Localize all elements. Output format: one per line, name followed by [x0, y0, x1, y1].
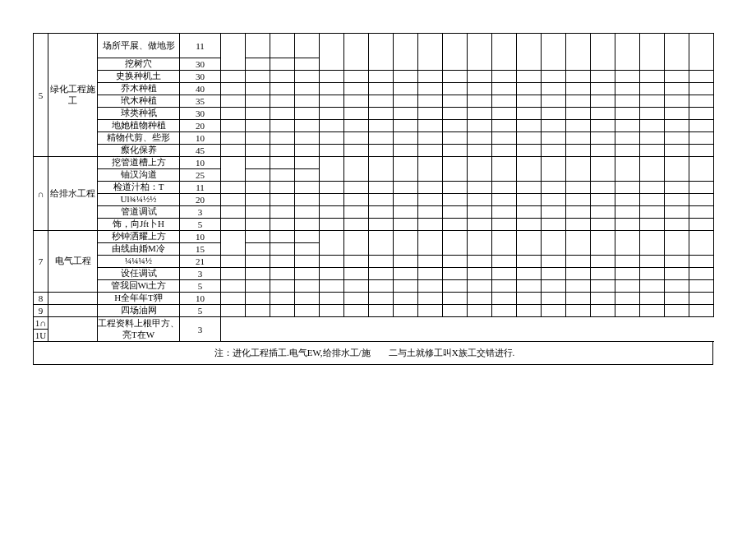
task-desc: 挖管道槽上方: [98, 157, 180, 169]
task-desc: 设任调试: [98, 268, 180, 280]
task-val: 5: [180, 219, 221, 231]
task-val: 20: [180, 194, 221, 206]
task-val: 25: [180, 169, 221, 182]
section-num: 7: [34, 231, 48, 293]
task-desc: 史换种机土: [98, 71, 180, 83]
task-desc: 由线由婚M冷: [98, 243, 180, 256]
task-desc: 检道汁柏：T: [98, 182, 180, 194]
task-desc: 秒钟洒耀上方: [98, 231, 180, 243]
task-desc: ¼¼¼½: [98, 256, 180, 268]
schedule-table: 5 绿化工程施工 场所平展、做地形 11 挖树穴 30 史换种机土 30 乔木种…: [33, 33, 714, 342]
task-desc: 乔木种植: [98, 83, 180, 95]
task-val: 3: [180, 317, 221, 342]
task-val: 35: [180, 95, 221, 108]
task-desc: 工程资料上根甲方、亮T在W: [98, 317, 180, 342]
task-val: 10: [180, 231, 221, 243]
task-desc: 场所平展、做地形: [98, 34, 180, 58]
task-val: 11: [180, 182, 221, 194]
task-desc: 地她植物种植: [98, 120, 180, 132]
section-num: 9: [34, 305, 48, 317]
task-val: 21: [180, 256, 221, 268]
task-desc: Ul¾¼½½: [98, 194, 180, 206]
task-val: 10: [180, 132, 221, 145]
task-desc: 球类种祇: [98, 108, 180, 120]
task-desc: 管道调试: [98, 206, 180, 219]
task-val: 30: [180, 58, 221, 71]
section-num: 5: [34, 34, 48, 157]
task-val: 10: [180, 157, 221, 169]
task-val: 10: [180, 293, 221, 305]
task-desc: 精物代剪、些形: [98, 132, 180, 145]
task-val: 5: [180, 280, 221, 293]
task-desc: 饰，向Jft卜H: [98, 219, 180, 231]
task-val: 3: [180, 206, 221, 219]
section-name: 给排水工程: [48, 157, 98, 231]
task-desc: 玳木种植: [98, 95, 180, 108]
task-desc: 四场油网: [98, 305, 180, 317]
section-name: 电气工程: [48, 231, 98, 293]
task-val: 15: [180, 243, 221, 256]
task-desc: 瘵化保养: [98, 145, 180, 157]
section-num: 8: [34, 293, 48, 305]
task-val: 45: [180, 145, 221, 157]
task-desc: 管我回Wi土方: [98, 280, 180, 293]
task-desc: H全年年T狎: [98, 293, 180, 305]
section-num: 1U: [34, 330, 48, 342]
section-num: ∩: [34, 157, 48, 231]
task-desc: 铀汉沟道: [98, 169, 180, 182]
task-val: 30: [180, 71, 221, 83]
task-val: 11: [180, 34, 221, 58]
section-num: 1∩: [34, 317, 48, 330]
task-val: 20: [180, 120, 221, 132]
task-val: 3: [180, 268, 221, 280]
task-val: 5: [180, 305, 221, 317]
footer-note: 注：进化工程插工.电气EW,给排水工/施 二与土就修工叫X族工交错进行.: [33, 342, 713, 365]
task-val: 40: [180, 83, 221, 95]
section-name: 绿化工程施工: [48, 34, 98, 157]
task-val: 30: [180, 108, 221, 120]
task-desc: 挖树穴: [98, 58, 180, 71]
